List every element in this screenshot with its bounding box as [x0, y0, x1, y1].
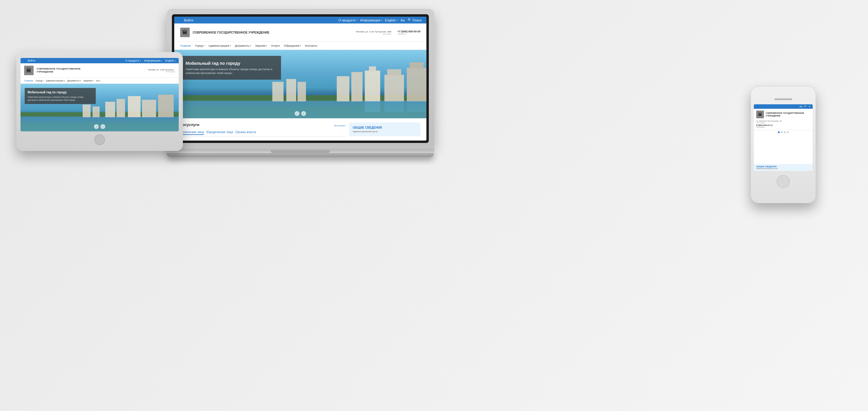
tablet-hero-nav: ‹ › [21, 124, 179, 129]
chevron-down-icon: ▾ [381, 19, 382, 21]
laptop-screen: 👤 Войти О продукте ▾ Информация ▾ [174, 17, 426, 140]
svg-rect-6 [407, 68, 426, 101]
svg-rect-12 [272, 82, 284, 102]
laptop-search-btn[interactable]: 🔍 Поиск [408, 18, 422, 22]
laptop-info-menu[interactable]: Информация ▾ [361, 19, 382, 22]
svg-rect-5 [387, 69, 401, 76]
phone-contact: ул. Красного Текстильщика, 10 Наш адрес … [756, 120, 782, 128]
laptop-login-btn[interactable]: 👤 Войти [179, 18, 193, 22]
user-icon: 👤 [756, 105, 759, 108]
laptop-nav-purchases[interactable]: Закупки▾ [255, 44, 267, 47]
laptop-product-menu[interactable]: О продукте ▾ [338, 19, 357, 22]
laptop-services-right: ОБЩИЕ СВЕДЕНИЯ Административный центр [349, 122, 421, 136]
svg-rect-21 [105, 102, 115, 117]
svg-rect-18 [128, 96, 141, 117]
chevron-down-icon: ▾ [161, 60, 162, 62]
laptop-services-right-title: ОБЩИЕ СВЕДЕНИЯ [353, 126, 417, 129]
laptop-lang-menu[interactable]: English ▾ [385, 19, 398, 22]
chevron-down-icon: ▾ [175, 60, 176, 62]
chevron-down-icon: ▾ [230, 44, 231, 46]
laptop-services-right-sub: Административный центр [353, 130, 417, 132]
tablet-hero-title: Мобильный гид по городу [28, 90, 93, 94]
tablet-nav: Главная Город▾ Администрация▾ Документы▾… [21, 78, 179, 84]
chevron-down-icon: ▾ [250, 44, 251, 46]
dot-4 [787, 131, 788, 133]
phone-home-button[interactable] [777, 175, 790, 188]
tablet-product-menu[interactable]: О продукте ▾ [125, 59, 141, 62]
chevron-down-icon: ▾ [80, 80, 81, 82]
laptop-nav-home[interactable]: Главная [180, 44, 191, 47]
laptop-nav-services[interactable]: Услуги [271, 44, 280, 47]
tablet-home-button[interactable] [94, 134, 105, 145]
dot-2 [781, 131, 783, 133]
laptop-tab-authorities[interactable]: Органы власти [236, 130, 256, 135]
phone-logo-text: СОВРЕМЕННОЕ ГОСУДАРСТВЕННОЕ УЧРЕЖДЕНИЕ [766, 112, 810, 117]
tablet-logo-icon: 🏛 [24, 66, 34, 75]
svg-rect-14 [384, 101, 404, 112]
laptop-tab-legal[interactable]: Юридические лица [206, 130, 233, 135]
svg-rect-9 [351, 72, 363, 102]
tablet-header: 🏛 СОВРЕМЕННОЕ ГОСУДАРСТВЕННОЕ УЧРЕЖДЕНИЕ… [21, 63, 179, 78]
laptop-all-services-link[interactable]: Все услуги › [335, 125, 346, 127]
chevron-down-icon: ▾ [64, 80, 65, 82]
laptop-logo-text: СОВРЕМЕННОЕ ГОСУДАРСТВЕННОЕ УЧРЕЖДЕНИЕ [193, 31, 272, 34]
tablet-info-menu[interactable]: Информация ▾ [144, 59, 162, 62]
phone-search-btn[interactable]: 🔍 [804, 105, 807, 108]
tablet-nav-city[interactable]: Город▾ [35, 80, 43, 82]
phone-screen: 👤 Аа 🔍 ≡ [754, 104, 813, 171]
svg-rect-11 [298, 82, 306, 102]
svg-rect-23 [83, 105, 91, 117]
tablet-device: 👤 Войти О продукте ▾ Информация ▾ [17, 52, 183, 151]
dot-3 [784, 131, 786, 133]
svg-rect-13 [365, 101, 380, 112]
svg-rect-24 [92, 106, 100, 117]
laptop-nav-contacts[interactable]: Контакты [305, 44, 317, 47]
laptop-tab-individuals[interactable]: Физические лица [180, 130, 204, 135]
phone-user-icon[interactable]: 👤 [756, 105, 759, 108]
tablet-nav-home[interactable]: Главная [24, 80, 33, 82]
laptop-nav-admin[interactable]: Администрация▾ [209, 44, 231, 47]
tablet-nav-services[interactable]: Усл... [96, 80, 102, 82]
tablet-hero-overlay: Мобильный гид по городу Памятники архите… [25, 88, 96, 104]
laptop-services-title: Госуслуги [180, 122, 199, 127]
tablet-hero-next-btn[interactable]: › [100, 124, 105, 129]
tablet-nav-docs[interactable]: Документы▾ [67, 80, 81, 82]
tablet-login-btn[interactable]: 👤 Войти [24, 59, 35, 62]
tablet-nav-purchases[interactable]: Закупки▾ [83, 80, 93, 82]
tablet-lang-menu[interactable]: English ▾ [165, 59, 176, 62]
phone-menu-btn[interactable]: ≡ [809, 105, 810, 108]
phone-services-title: ОБЩИЕ СВЕДЕНИЯ [756, 165, 810, 168]
laptop-nav-appeals[interactable]: Обращения▾ [284, 44, 301, 47]
laptop-hero-nav: ‹ › [174, 111, 426, 116]
laptop-header: 🏛 СОВРЕМЕННОЕ ГОСУДАРСТВЕННОЕ УЧРЕЖДЕНИЕ… [174, 24, 426, 41]
tablet-hero-desc: Памятники архитектуры и важные объекты г… [28, 96, 93, 102]
tablet-screen: 👤 Войти О продукте ▾ Информация ▾ [21, 58, 179, 131]
laptop-font-size-btn[interactable]: Аа [401, 19, 405, 22]
laptop-nav-docs[interactable]: Документы▾ [235, 44, 251, 47]
tablet-hero: Мобильный гид по городу Памятники архите… [21, 84, 179, 131]
laptop-phone: +7 (000) 000-00-00 Приёмная [398, 30, 421, 35]
tablet-nav-admin[interactable]: Администрация▾ [46, 80, 65, 82]
menu-icon: ≡ [809, 105, 810, 108]
tablet-hero-prev-btn[interactable]: ‹ [94, 124, 99, 129]
laptop-services-left: Госуслуги Все услуги › Физические лица Ю… [180, 122, 346, 136]
svg-rect-16 [21, 116, 179, 131]
hero-next-btn[interactable]: › [301, 111, 306, 116]
laptop-services-tabs: Физические лица Юридические лица Органы … [180, 130, 346, 136]
laptop-base [166, 147, 434, 153]
svg-rect-2 [365, 71, 380, 102]
hero-prev-btn[interactable]: ‹ [295, 111, 300, 116]
laptop-nav: Главная Город▾ Администрация▾ Документы▾… [174, 41, 426, 50]
chevron-down-icon: ▾ [92, 80, 93, 82]
chevron-down-icon: ▾ [356, 19, 358, 21]
tablet-logo-text: СОВРЕМЕННОЕ ГОСУДАРСТВЕННОЕ УЧРЕЖДЕНИЕ [37, 67, 90, 74]
laptop-nav-city[interactable]: Город▾ [195, 44, 204, 47]
svg-rect-3 [369, 67, 376, 72]
dot-1 [778, 131, 780, 133]
phone-font-size-btn[interactable]: Аа [799, 105, 802, 108]
svg-rect-15 [407, 101, 426, 112]
tablet-address: Москва, ул. 2-ая Хуторска... Наш адрес [148, 69, 175, 72]
laptop-services: Госуслуги Все услуги › Физические лица Ю… [174, 118, 426, 140]
laptop-hero-overlay: Мобильный гид по городу Памятники архите… [180, 56, 281, 80]
laptop-stand [166, 153, 434, 157]
